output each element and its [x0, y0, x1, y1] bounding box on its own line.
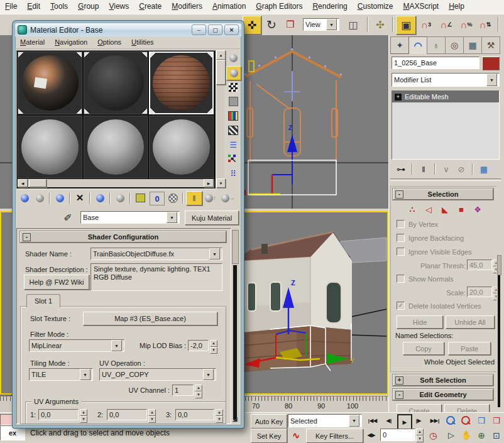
- material-slot-house[interactable]: [18, 52, 82, 114]
- copy-button[interactable]: Copy: [403, 342, 444, 355]
- ignore-visible-edges-checkbox[interactable]: Ignore Visible Edges: [397, 248, 472, 256]
- slot-1-tab[interactable]: Slot 1: [26, 294, 60, 307]
- zoom-extents-all-button[interactable]: ❒: [490, 414, 503, 427]
- scroll-right-icon[interactable]: ▶: [204, 179, 214, 187]
- select-move-button[interactable]: ✜: [243, 16, 261, 35]
- next-frame-button[interactable]: |▶: [412, 414, 425, 427]
- object-name-field[interactable]: 1_0256_Base: [392, 57, 479, 69]
- create-button-partial[interactable]: Create: [397, 404, 442, 412]
- chevron-down-icon[interactable]: ▼: [80, 369, 90, 380]
- minimize-button[interactable]: –: [192, 25, 206, 35]
- delete-button-partial[interactable]: Delete: [444, 404, 490, 412]
- tab-display[interactable]: ▦: [463, 36, 482, 54]
- pin-stack-button[interactable]: ⊶: [394, 163, 408, 175]
- get-material-button[interactable]: [18, 192, 31, 204]
- put-to-library-button[interactable]: [133, 192, 147, 204]
- background-button[interactable]: [226, 80, 240, 94]
- h-scroll-thumb[interactable]: [29, 179, 47, 187]
- slot-texture-button[interactable]: Map #3 (ES_Base.ace): [83, 312, 217, 325]
- pick-material-button[interactable]: ✐: [60, 211, 75, 224]
- help-fw2-wiki-button[interactable]: Help @ FW2 Wiki: [24, 275, 89, 290]
- maximize-button[interactable]: ▢: [208, 25, 222, 35]
- show-map-in-viewport-button[interactable]: [166, 192, 180, 204]
- use-pivot-center-button[interactable]: ◫: [344, 16, 362, 33]
- menu-file[interactable]: File: [0, 0, 22, 13]
- menu-rendering[interactable]: Rendering: [307, 0, 352, 13]
- hide-button[interactable]: Hide: [397, 315, 443, 329]
- subobject-face-button[interactable]: ◣: [438, 204, 452, 215]
- reference-coordsys-dropdown[interactable]: View ▼: [303, 18, 339, 31]
- menu-help[interactable]: Help: [444, 0, 469, 13]
- key-mode-toggle-button[interactable]: ◀▶: [364, 429, 378, 442]
- subobject-element-button[interactable]: ❖: [471, 204, 485, 215]
- menu-group[interactable]: Group: [73, 0, 104, 13]
- menu-views[interactable]: Views: [104, 0, 134, 13]
- modifier-list-dropdown[interactable]: Modifier List ▼: [392, 73, 500, 87]
- angle-snap-toggle-button[interactable]: ∩∠: [437, 16, 455, 33]
- stack-row-editable-mesh[interactable]: + Editable Mesh: [392, 91, 499, 102]
- tab-modify[interactable]: ◠: [408, 36, 427, 54]
- show-normals-checkbox[interactable]: Show Normals: [397, 275, 454, 283]
- select-manipulate-button[interactable]: ✣: [372, 16, 388, 33]
- make-material-copy-button[interactable]: [93, 192, 107, 204]
- mip-lod-bias-spinner[interactable]: ▲▼: [210, 340, 217, 354]
- field-of-view-button[interactable]: ▷: [444, 429, 458, 442]
- menu-modifiers[interactable]: Modifiers: [167, 0, 207, 13]
- previous-frame-button[interactable]: ◀|: [382, 414, 396, 427]
- chevron-down-icon[interactable]: ▼: [167, 212, 177, 223]
- paste-button[interactable]: Paste: [448, 342, 491, 355]
- snap-toggle-button[interactable]: ▣: [396, 16, 416, 35]
- backlight-button[interactable]: [226, 66, 241, 80]
- angle-snap-button[interactable]: ∩3: [417, 16, 435, 33]
- set-key-button[interactable]: Set Key: [251, 429, 287, 443]
- show-end-result-button[interactable]: ‖: [186, 191, 202, 205]
- shader-name-dropdown[interactable]: TrainBasicObjectDiffuse.fx ▼: [90, 248, 222, 260]
- collapse-icon[interactable]: -: [395, 190, 403, 199]
- object-color-swatch[interactable]: [482, 57, 500, 70]
- chevron-down-icon[interactable]: ▼: [209, 248, 220, 260]
- zoom-button[interactable]: [444, 415, 457, 427]
- planar-thresh-field[interactable]: 45,0: [467, 260, 492, 270]
- uv-channel-field[interactable]: 1: [172, 385, 194, 396]
- menu-graph-editors[interactable]: Graph Editors: [251, 0, 307, 13]
- sample-type-button[interactable]: [226, 52, 240, 65]
- rollout-scrollbar[interactable]: [231, 229, 239, 422]
- menu-options[interactable]: Options: [92, 36, 126, 48]
- uv-operation-dropdown[interactable]: UV_OP_COPY ▼: [99, 368, 216, 381]
- material-slot-dark[interactable]: [84, 52, 148, 114]
- assign-material-to-selection-button[interactable]: [53, 192, 67, 204]
- tab-create[interactable]: ✦: [390, 36, 409, 54]
- make-unique-button[interactable]: ∨: [439, 163, 453, 175]
- chevron-down-icon[interactable]: ▼: [203, 369, 214, 380]
- command-panel-scrollbar[interactable]: [496, 186, 501, 410]
- material-slot-gray-2[interactable]: [84, 116, 148, 178]
- close-button[interactable]: ✕: [224, 25, 239, 35]
- put-material-to-scene-button[interactable]: [33, 192, 47, 204]
- uv-arg1-field[interactable]: 0,0: [38, 409, 79, 420]
- go-forward-sibling-button[interactable]: →: [221, 192, 235, 204]
- select-rotate-button[interactable]: ↻: [263, 16, 280, 33]
- menu-customize[interactable]: Customize: [353, 0, 398, 13]
- menu-tools[interactable]: Tools: [45, 0, 73, 13]
- scroll-left-icon[interactable]: ◀: [18, 179, 28, 187]
- go-to-start-button[interactable]: |◀◀: [364, 414, 381, 427]
- soft-selection-rollout-header[interactable]: + Soft Selection: [393, 375, 493, 386]
- maximize-viewport-toggle[interactable]: ⊡: [490, 429, 503, 442]
- uv-arg2-field[interactable]: 0,0: [107, 409, 147, 420]
- selection-rollout-header[interactable]: - Selection: [393, 189, 493, 200]
- menu-edit[interactable]: Edit: [22, 0, 45, 13]
- uv-arg2-spinner[interactable]: ▲▼: [148, 409, 156, 423]
- material-slot-brick-selected[interactable]: [149, 52, 214, 114]
- uv-arg1-spinner[interactable]: ▲▼: [80, 409, 87, 423]
- go-to-parent-button[interactable]: ↑: [204, 192, 217, 204]
- expand-plus-icon[interactable]: +: [395, 94, 402, 101]
- material-type-button[interactable]: Kuju Material: [185, 211, 239, 225]
- chevron-down-icon[interactable]: ▼: [111, 340, 122, 351]
- scroll-up-icon[interactable]: ▲: [216, 50, 226, 60]
- arc-rotate-button[interactable]: ⊕: [474, 429, 488, 442]
- menu-material[interactable]: Material: [15, 36, 50, 48]
- material-name-dropdown[interactable]: Base ▼: [80, 211, 180, 224]
- show-end-result-button[interactable]: ‖: [417, 163, 430, 175]
- current-frame-spinner[interactable]: ▲▼: [416, 429, 424, 442]
- modifier-stack[interactable]: + Editable Mesh: [392, 90, 500, 160]
